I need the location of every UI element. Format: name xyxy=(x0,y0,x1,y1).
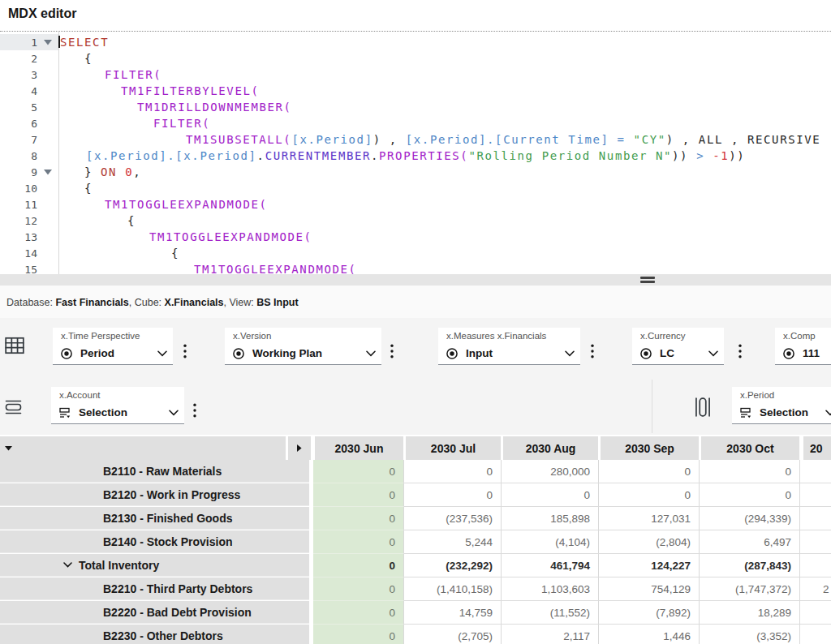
grid-cell[interactable]: 0 xyxy=(313,625,404,644)
grid-cell[interactable]: (2,705) xyxy=(404,625,502,644)
row-label[interactable]: B2140 - Stock Provision xyxy=(0,530,309,553)
grid-cell[interactable]: 18,289 xyxy=(700,601,800,625)
grid-cell[interactable]: 1,446 xyxy=(599,625,700,644)
expand-columns-control[interactable] xyxy=(288,436,311,460)
member-icon xyxy=(60,347,73,360)
fold-arrow-icon xyxy=(44,40,52,45)
grid-cell[interactable]: 280,000 xyxy=(502,460,599,483)
grid-cell[interactable]: (3,352) xyxy=(700,625,800,644)
fold-toggle[interactable] xyxy=(37,40,58,45)
column-header[interactable]: 2030 Aug xyxy=(503,436,598,460)
grid-cell[interactable]: 0 xyxy=(313,507,404,530)
grid-cell[interactable]: (1,747,372) xyxy=(700,577,800,601)
row-label[interactable]: B2230 - Other Debtors xyxy=(0,625,309,644)
dimension-card-x-measures-x-financials[interactable]: x.Measures x.FinancialsInput xyxy=(438,328,580,365)
grid-cell[interactable]: 461,794 xyxy=(502,554,599,577)
columns-axis-button[interactable] xyxy=(692,396,713,419)
grid-cell[interactable] xyxy=(800,625,831,644)
column-header[interactable]: 2030 Jul xyxy=(406,436,501,460)
grid-cell[interactable]: 0 xyxy=(404,460,502,483)
mdx-code-area[interactable]: 1SELECT2{3FILTER(4TM1FILTERBYLEVEL(5TM1D… xyxy=(0,31,831,275)
row-label[interactable]: Total Inventory xyxy=(0,554,309,577)
grid-cell[interactable]: 1,103,603 xyxy=(502,577,599,601)
dimension-card-x-currency[interactable]: x.CurrencyLC xyxy=(632,328,724,365)
grid-cell[interactable]: (294,339) xyxy=(700,507,800,530)
pane-splitter[interactable] xyxy=(0,274,831,286)
row-label[interactable]: B2130 - Finished Goods xyxy=(0,507,309,530)
code-line: 12{ xyxy=(0,213,831,229)
grid-cell[interactable]: 0 xyxy=(599,460,700,483)
grid-cell[interactable]: (2,804) xyxy=(599,530,700,554)
member-icon xyxy=(446,347,459,360)
grid-cell[interactable]: 0 xyxy=(700,460,800,483)
dimension-card-x-version[interactable]: x.VersionWorking Plan xyxy=(225,328,381,365)
grid-cell[interactable] xyxy=(800,530,831,554)
column-header[interactable]: 2030 Jun xyxy=(315,436,403,460)
code-text: TM1TOGGLEEXPANDMODE( xyxy=(58,263,357,275)
code-line: 9} ON 0, xyxy=(0,164,831,180)
dimension-card-x-account[interactable]: x.AccountSelection xyxy=(51,387,184,424)
grid-cell[interactable] xyxy=(800,483,831,507)
grid-cell[interactable]: 0 xyxy=(313,577,404,601)
column-header[interactable]: 20 xyxy=(803,436,831,460)
code-text: SELECT xyxy=(58,36,109,49)
grid-cell[interactable]: 0 xyxy=(502,483,599,507)
row-label[interactable]: B2110 - Raw Materials xyxy=(0,460,309,483)
grid-cell[interactable]: 124,227 xyxy=(599,554,700,577)
code-token: FILTER( xyxy=(105,68,161,81)
card-overflow-menu[interactable] xyxy=(179,342,192,360)
code-token: PROPERTIES( xyxy=(379,149,468,162)
grid-cell[interactable]: 127,031 xyxy=(599,507,700,530)
grid-cell[interactable]: (1,410,158) xyxy=(404,577,502,601)
grid-cell[interactable]: (237,536) xyxy=(404,507,502,530)
code-text: TM1DRILLDOWNMEMBER( xyxy=(58,101,292,114)
dimension-card-x-period[interactable]: x.PeriodSelection xyxy=(732,387,831,424)
grid-cell[interactable]: (4,104) xyxy=(502,530,599,554)
dimension-card-x-time-perspective[interactable]: x.Time PerspectivePeriod xyxy=(53,328,173,365)
rows-axis-button[interactable] xyxy=(3,397,24,417)
grid-cell[interactable]: 14,759 xyxy=(404,601,502,625)
grid-cell[interactable]: 0 xyxy=(599,483,700,507)
grid-cell[interactable] xyxy=(800,554,831,577)
grid-cell[interactable]: (232,292) xyxy=(404,554,502,577)
row-label[interactable]: B2220 - Bad Debt Provision xyxy=(0,601,309,624)
selected-member: LC xyxy=(660,347,701,359)
dimension-card-x-comp[interactable]: x.Comp111 xyxy=(775,328,831,365)
grid-cell[interactable]: 0 xyxy=(313,601,404,625)
grid-cell[interactable] xyxy=(800,460,831,483)
code-token: )) xyxy=(729,149,745,162)
row-label[interactable]: B2120 - Work in Progress xyxy=(0,483,309,506)
grid-cell[interactable]: 0 xyxy=(700,483,800,507)
code-token: { xyxy=(84,182,93,195)
splitter-handle-icon[interactable] xyxy=(640,277,655,283)
grid-cell[interactable] xyxy=(800,507,831,530)
grid-cell[interactable]: (7,892) xyxy=(599,601,700,625)
row-dimension-corner[interactable] xyxy=(0,436,286,460)
grid-cell[interactable]: 0 xyxy=(404,483,502,507)
grid-cell[interactable]: (287,843) xyxy=(700,554,800,577)
card-overflow-menu[interactable] xyxy=(734,342,747,360)
gutter-cell: 14 xyxy=(0,245,58,261)
grid-cell[interactable]: 2,117 xyxy=(502,625,599,644)
grid-cell[interactable]: 0 xyxy=(313,483,404,507)
column-header[interactable]: 2030 Oct xyxy=(701,436,799,460)
row-label[interactable]: B2210 - Third Party Debtors xyxy=(0,577,309,600)
card-overflow-menu[interactable] xyxy=(188,401,201,419)
code-text: { xyxy=(58,182,93,195)
grid-cell[interactable]: 754,129 xyxy=(599,577,700,601)
grid-cell[interactable]: 6,497 xyxy=(700,530,800,554)
grid-cell[interactable]: 5,244 xyxy=(404,530,502,554)
grid-cell[interactable]: 2 xyxy=(800,577,831,601)
card-overflow-menu[interactable] xyxy=(385,342,398,360)
grid-cell[interactable]: 0 xyxy=(313,530,404,554)
grid-cell[interactable]: 185,898 xyxy=(502,507,599,530)
context-axis-button[interactable] xyxy=(4,336,25,355)
grid-cell[interactable] xyxy=(800,601,831,625)
fold-toggle[interactable] xyxy=(37,170,58,175)
card-overflow-menu[interactable] xyxy=(586,342,599,360)
grid-cell[interactable]: 0 xyxy=(313,460,404,483)
grid-cell[interactable]: 0 xyxy=(313,554,404,577)
code-text: TM1SUBSETALL([x.Period]) , [x.Period].[C… xyxy=(58,133,820,146)
grid-cell[interactable]: (11,552) xyxy=(502,601,599,625)
column-header[interactable]: 2030 Sep xyxy=(601,436,699,460)
